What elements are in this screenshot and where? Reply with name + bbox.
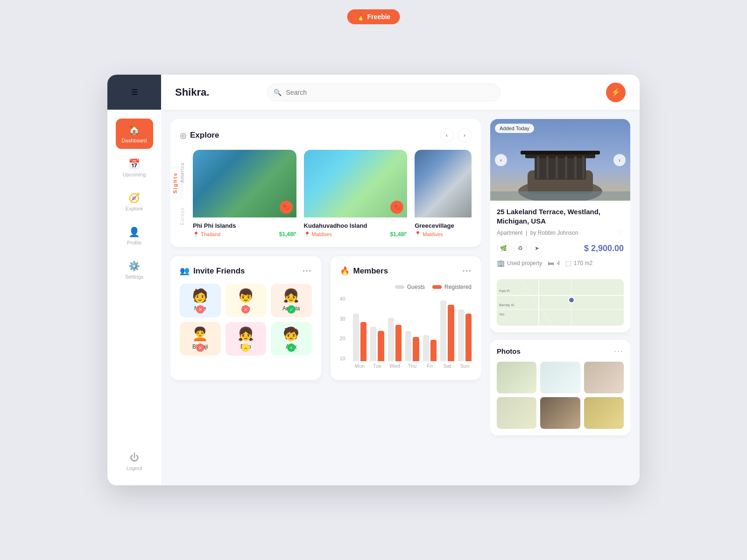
legend-guests: Guests — [395, 284, 425, 290]
friend-status-jim[interactable]: ✕ — [241, 305, 250, 314]
property-image: Added Today ‹ › — [490, 119, 630, 201]
photo-thumb-3[interactable] — [584, 362, 624, 393]
action-icons: 🌿 ♻ ➤ — [497, 242, 543, 255]
svg-rect-11 — [582, 156, 585, 179]
chart-col-sun: Sun — [458, 296, 472, 369]
registered-bar-mon — [360, 322, 366, 361]
photo-thumb-6[interactable] — [584, 397, 624, 429]
friend-status-angela[interactable]: ✓ — [287, 305, 296, 314]
legend-registered: Registered — [432, 284, 472, 290]
dest-country-1: 📍 Thailand — [193, 231, 220, 238]
calendar-icon: 📅 — [128, 158, 140, 169]
filter-button[interactable]: ⚡ — [606, 83, 626, 102]
svg-rect-9 — [565, 156, 567, 179]
bars-pair-mon — [353, 296, 366, 361]
friend-card-nate[interactable]: 🧑 Nate ✕ — [180, 284, 221, 317]
friend-card-billo[interactable]: 👧 Billo – — [226, 322, 267, 356]
registered-bar-sun — [465, 314, 472, 361]
property-next-button[interactable]: › — [613, 154, 626, 166]
photo-thumb-4[interactable] — [497, 397, 536, 429]
dest-name-3: Greecevillage — [415, 222, 472, 229]
property-condition: 🏢 Used property — [497, 259, 542, 267]
send-icon-button[interactable]: ➤ — [530, 242, 543, 255]
right-panel: Added Today ‹ › 25 Lakeland Terrace, Wes… — [490, 119, 630, 476]
destination-card-phi-phi[interactable]: 🔖 Phi Phi Islands 📍 Thailand — [193, 150, 296, 238]
freebie-badge: 🔥 Freebie — [347, 9, 400, 24]
guest-bar-thu — [405, 331, 411, 361]
leaf-icon-button[interactable]: 🌿 — [497, 242, 510, 255]
body-area: ◎ Explore ‹ › America Europe — [161, 110, 640, 485]
explore-prev-button[interactable]: ‹ — [440, 128, 454, 142]
sidebar-item-dashboard[interactable]: 🏠 Dashboard — [116, 119, 153, 149]
destination-card-kudahuvadhoo[interactable]: 🔖 Kudahuvadhoo Island 📍 Maldives — [304, 150, 408, 238]
dest-img-container-2: 🔖 — [304, 150, 408, 217]
invite-more-button[interactable]: ··· — [303, 266, 312, 276]
sidebar-item-profile[interactable]: 👤 Profile — [116, 221, 153, 251]
freebie-icon: 🔥 — [357, 13, 365, 21]
property-prev-button[interactable]: ‹ — [495, 154, 507, 166]
friend-status-billo[interactable]: – — [241, 343, 250, 352]
chart-col-thu: Thu — [405, 296, 419, 369]
chart-col-tue: Tue — [370, 296, 384, 369]
hamburger-icon[interactable]: ☰ — [131, 88, 138, 97]
members-title: 🔥 Members — [340, 266, 388, 276]
y-label-10: 10 — [340, 356, 345, 361]
chart-bars-area: MonTueWedThuFriSatSun — [353, 296, 472, 371]
favorite-button[interactable]: ♡ — [617, 228, 624, 237]
sidebar-item-explore[interactable]: 🧭 Explore — [116, 187, 153, 217]
sights-tab[interactable]: Sights — [170, 168, 181, 197]
sidebar-item-settings[interactable]: ⚙️ Settings — [116, 255, 153, 285]
friend-card-angela[interactable]: 👧 Angela ✓ — [271, 284, 312, 317]
recycle-icon-button[interactable]: ♻ — [514, 242, 527, 255]
sidebar-label-dashboard: Dashboard — [122, 138, 147, 143]
dest-name-1: Phi Phi Islands — [193, 222, 296, 229]
dest-country-2: 📍 Maldives — [304, 231, 332, 238]
invite-friends-section: 👥 Invite Friends ··· 🧑 Nate ✕ — [170, 256, 321, 380]
property-beds: 🛏 4 — [548, 259, 560, 267]
bookmark-button-2[interactable]: 🔖 — [390, 201, 403, 214]
dest-price-1: $1,480 — [279, 231, 296, 238]
friend-status-nate[interactable]: ✕ — [196, 305, 204, 314]
photo-thumb-2[interactable] — [540, 362, 580, 393]
dest-location-2: 📍 Maldives $1,480 — [304, 231, 408, 238]
bars-pair-tue — [370, 296, 384, 361]
bookmark-button-1[interactable]: 🔖 — [280, 201, 293, 214]
members-more-button[interactable]: ··· — [462, 266, 472, 276]
friend-status-alex[interactable]: + — [287, 343, 296, 352]
center-panel: ◎ Explore ‹ › America Europe — [170, 119, 481, 476]
photos-more-button[interactable]: ··· — [614, 346, 624, 356]
friend-card-alex[interactable]: 🧒 Alex + — [271, 322, 312, 356]
friend-status-bhaaji[interactable]: ✕ — [196, 343, 204, 352]
sidebar-item-upcoming[interactable]: 📅 Upcoming — [116, 153, 153, 183]
property-area: ⬚ 170 m2 — [565, 259, 592, 267]
dest-name-2: Kudahuvadhoo Island — [304, 222, 408, 229]
home-icon: 🏠 — [128, 124, 140, 135]
property-map[interactable]: Park Pl Barclay St Yes — [497, 279, 624, 326]
svg-rect-6 — [537, 156, 539, 179]
explore-next-button[interactable]: › — [458, 128, 472, 142]
main-content: Shikra. 🔍 ⚡ ◎ Explore — [161, 75, 640, 485]
svg-rect-3 — [535, 156, 586, 180]
explore-header: ◎ Explore ‹ › — [180, 128, 472, 142]
sidebar-item-logout[interactable]: ⏻ Logout — [116, 447, 153, 476]
friend-card-jim[interactable]: 👦 Jim ✕ — [226, 284, 267, 317]
destination-card-greece[interactable]: Greecevillage 📍 Maldives — [415, 150, 472, 238]
photos-grid — [497, 362, 624, 429]
bars-pair-wed — [388, 296, 402, 361]
chart-col-wed: Wed — [388, 296, 402, 369]
search-bar: 🔍 — [267, 84, 500, 101]
dest-country-3: 📍 Maldives — [415, 231, 443, 237]
photo-thumb-1[interactable] — [497, 362, 536, 393]
sidebar-label-profile: Profile — [127, 240, 141, 245]
x-label-mon: Mon — [355, 363, 365, 369]
friend-avatar-billo: 👧 — [238, 328, 254, 341]
property-card: Added Today ‹ › 25 Lakeland Terrace, Wes… — [490, 119, 630, 332]
destination-cards: 🔖 Phi Phi Islands 📍 Thailand — [193, 150, 472, 238]
photo-thumb-5[interactable] — [540, 397, 580, 429]
compass-icon: 🧭 — [128, 192, 140, 203]
invite-header: 👥 Invite Friends ··· — [180, 266, 312, 276]
search-input[interactable] — [267, 84, 500, 101]
y-label-40: 40 — [340, 296, 345, 301]
svg-point-22 — [569, 297, 574, 303]
friend-card-bhaaji[interactable]: 🧑‍🦱 Bhaaji ✕ — [180, 322, 221, 356]
